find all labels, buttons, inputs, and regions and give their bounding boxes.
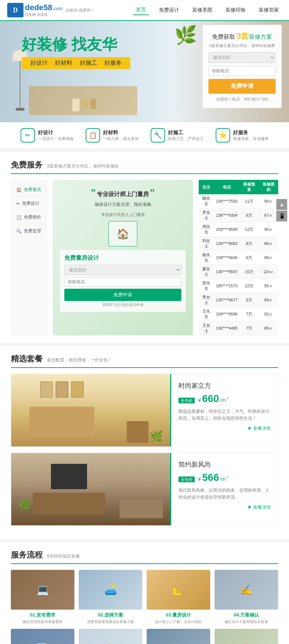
cell-area: 89㎡ [259,293,278,307]
package-link-1[interactable]: ▶ 套餐详情 [178,425,271,432]
banner-sub-design: 好设计 [30,60,48,66]
cell-owner: 顾先生 [199,194,214,208]
free-service-data-table: 业主 电话 装修预算 装修面积 顾先生136****759211万99㎡ 罗女士… [199,180,278,335]
feature-construction-desc: 标准工艺，严而监工 [168,136,204,141]
floor-plan-img: 🏠 [108,221,137,246]
nav-home[interactable]: 首页 [133,5,149,15]
cell-owner: 李女士 [199,293,214,307]
cell-area: 96㎡ [259,223,278,237]
cell-phone: 158****8590 [214,223,240,237]
logo-d-letter: D [13,7,18,14]
process-img-6: 🎨 [79,629,142,644]
package-name-2: 简约新风尚 [178,460,271,469]
package-sup-1: ² [227,396,228,401]
free-form-submit-button[interactable]: 免费申请 [64,289,181,301]
free-menu-measure-icon: 🏠 [16,187,22,192]
form-card-count: 3套 [237,31,249,41]
free-menu-design-icon: ✏ [16,201,20,206]
nav-free-design[interactable]: 免费设计 [156,5,182,15]
main-nav: 首页 免费设计 装修美图 装修经验 装修管家 [133,5,282,15]
free-menu-supervision[interactable]: 🔍 免费监理 [14,224,44,238]
free-center-title: 专业设计师上门量房 [97,191,149,197]
free-form-phone-input[interactable] [64,277,181,287]
free-service-content: 🏠 免费量房 ✏ 免费设计 📋 免费报价 🔍 免费监理 " 专业设计师上门量房 … [11,180,278,335]
logo-tagline: 找美网·创道得 [25,12,62,17]
frame1 [40,381,53,398]
process-step-desc-2: 清楚管家推荐最适合装修方案 [79,619,142,624]
floor-plan-icon: 🏠 [117,228,129,240]
free-service-center: " 专业设计师上门量房 " 确保设计方案合理、报价准确 专业设计负责人上门量房 … [53,180,193,335]
cell-phone: 136****8063 [214,237,240,251]
feature-construction-icon: 🔧 [151,128,165,143]
form-card-submit-button[interactable]: 免费申请 [208,79,276,94]
free-menu-supervision-icon: 🔍 [16,229,22,234]
quote-open-icon: " [91,187,95,198]
table-row: 周先生158****859012万96㎡ [199,223,278,237]
process-step-desc-4: 确认设计方案和报价后签署 [215,619,278,624]
process-sub: 8步轻松搞定装修 [47,553,80,559]
living-room-bg: 🌿 [11,374,170,446]
process-img-5: 📝 [11,629,74,644]
cell-area: 88㎡ [259,237,278,251]
free-service-table: 业主 电话 装修预算 装修面积 顾先生136****759211万99㎡ 罗女士… [199,180,278,335]
package-price-1: 660 [202,393,219,404]
logo-icon: D [7,3,23,17]
free-service-menu: 🏠 免费量房 ✏ 免费设计 📋 免费报价 🔍 免费监理 [11,180,47,335]
package-img-modern: 🌿 [11,453,170,525]
form-card-title: 免费获取 3套装修方案 [208,31,276,42]
process-icon-3: 📐 [172,584,185,596]
process-step-1: 💻 01.发布需求 确定您理想友华装修需求 [11,570,74,624]
process-step-desc-3: 设计师上门了解，出设计报价 [147,619,210,624]
logo-slogan: 自家你·我爱你！ [65,8,94,13]
sidebar-float-up[interactable]: ▲ [276,199,287,210]
feature-material-text: 好材料 一线大牌，源头直供 [103,130,139,141]
cell-area: 92㎡ [259,307,278,321]
free-menu-quote[interactable]: 📋 免费报价 [14,211,44,224]
nav-decoration-photos[interactable]: 装修美图 [189,5,215,15]
wall-frames [40,381,84,398]
nav-decoration-experience[interactable]: 装修经验 [223,5,249,15]
cell-area: 95㎡ [259,279,278,293]
cell-budget: 8万 [240,237,259,251]
form-card-suffix: 装修方案 [249,34,272,40]
free-menu-measure[interactable]: 🏠 免费量房 [14,183,44,197]
banner-sub-material: 好材料 [55,60,72,66]
cell-budget: 5万 [240,293,259,307]
packages-header: 精选套餐 最优配置，物无增项，一价全包！ [11,353,278,368]
banner-table-items [72,99,96,111]
feature-design-icon: ✏ [21,128,35,143]
free-form-area-select[interactable]: 建筑面积 [64,265,181,275]
cell-budget: 15万 [240,265,259,279]
item-book2 [91,99,96,109]
packages-section: 精选套餐 最优配置，物无增项，一价全包！ 🌿 时尚家立方 全包 [0,346,289,539]
col-owner: 业主 [199,180,214,194]
package-link-2[interactable]: ▶ 套餐详情 [178,504,271,510]
package-badge-2: 全包价 [178,476,195,482]
process-step-4: ✍️ 04.方案确认 确认设计方案和报价后签署 [215,570,278,624]
process-img-4: ✍️ [215,570,278,610]
table-row: 杨先生158****66456万69㎡ [199,251,278,265]
modern-room-bg: 🌿 [11,453,170,525]
quote-close-icon: " [150,187,155,198]
cell-owner: 刘女士 [199,237,214,251]
package-unit-2: /m [220,476,226,482]
process-step-2: 🛋️ 02.选择方案 清楚管家推荐最适合装修方案 [79,570,142,624]
banner-sub-service: 好服务 [104,60,122,66]
free-service-form: 免费量房设计 建筑面积 免费申请 908517业主曾经成功申请 [60,250,186,312]
banner-title: 好装修 找友华 [22,35,130,54]
feature-service-icon: ⭐ [216,128,230,143]
process-icon-1: 💻 [36,584,49,596]
package-price-area-1: 全包价 ¥ 660 /m ² [178,393,271,404]
sidebar-float-qr[interactable]: 📱 [276,211,287,221]
package-desc-2: 现代新风风格，以简洁的线条、合理的布局、人性化的设计使居住空间更舒适。 [178,487,271,501]
free-menu-quote-icon: 📋 [16,215,22,220]
feature-design-text: 好设计 一流设计，实果体验 [38,130,74,141]
cell-area: 99㎡ [259,194,278,208]
col-budget: 装修预算 [240,180,259,194]
nav-decoration-butler[interactable]: 装修管家 [256,5,282,15]
free-menu-design[interactable]: ✏ 免费设计 [14,197,44,211]
process-step-num-4: 04.方案确认 [215,612,278,618]
form-card-hotline: 全国统一电话：400 8617 000 [208,97,276,102]
form-card-area-select[interactable]: 建筑面积 50㎡以下 50-80㎡ 80-100㎡ 100-150㎡ [208,52,276,63]
form-card-phone-input[interactable] [208,66,276,76]
